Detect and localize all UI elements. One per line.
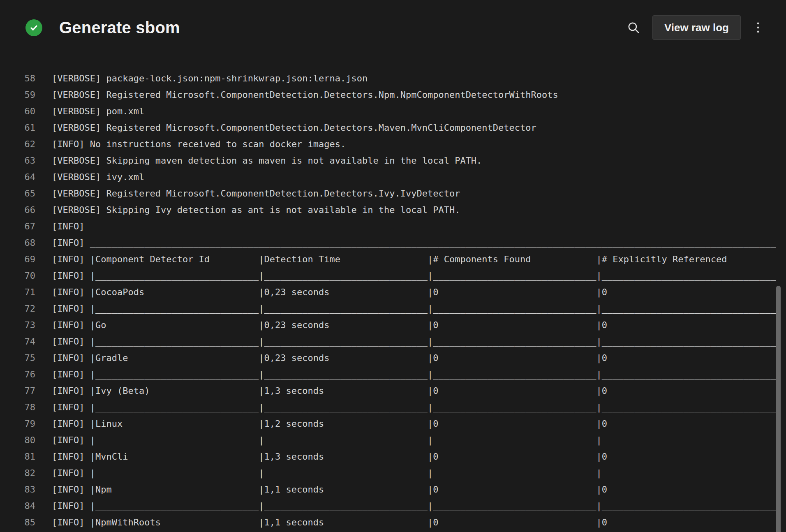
- line-number[interactable]: 64: [0, 169, 35, 185]
- log-line: 66 [VERBOSE] Skipping Ivy detection as a…: [0, 202, 786, 218]
- log-line: 85 [INFO] |NpmWithRoots |1,1 seconds |0 …: [0, 514, 786, 531]
- log-line: 64 [VERBOSE] ivy.xml: [0, 169, 786, 185]
- log-line: 71 [INFO] |CocoaPods |0,23 seconds |0 |0: [0, 284, 786, 301]
- line-text: [VERBOSE] Skipping maven detection as ma…: [35, 153, 482, 169]
- log-line: 83 [INFO] |Npm |1,1 seconds |0 |0: [0, 481, 786, 498]
- line-text: [INFO] |______________________________|_…: [35, 301, 776, 317]
- line-text: [INFO] |______________________________|_…: [35, 465, 776, 481]
- log-line: 63 [VERBOSE] Skipping maven detection as…: [0, 153, 786, 169]
- search-button[interactable]: [622, 16, 645, 39]
- log-line: 65 [VERBOSE] Registered Microsoft.Compon…: [0, 185, 786, 202]
- line-text: [INFO] |Go |0,23 seconds |0 |0: [35, 317, 607, 333]
- line-text: [INFO] |______________________________|_…: [35, 399, 776, 416]
- line-text: [INFO] No instructions received to scan …: [35, 136, 346, 153]
- line-text: [VERBOSE] Registered Microsoft.Component…: [35, 87, 558, 103]
- log-line: 82 [INFO] |_____________________________…: [0, 465, 786, 481]
- line-number[interactable]: 58: [0, 70, 35, 87]
- log-line: 77 [INFO] |Ivy (Beta) |1,3 seconds |0 |0: [0, 383, 786, 399]
- line-number[interactable]: 75: [0, 350, 35, 366]
- line-number[interactable]: 72: [0, 301, 35, 317]
- log-line: 70 [INFO] |_____________________________…: [0, 268, 786, 284]
- success-check-icon: [25, 19, 42, 36]
- line-text: [INFO] |MvnCli |1,3 seconds |0 |0: [35, 449, 607, 465]
- line-text: [INFO]: [35, 218, 84, 235]
- line-number[interactable]: 65: [0, 185, 35, 202]
- line-number[interactable]: 63: [0, 153, 35, 169]
- scrollbar-thumb[interactable]: [776, 286, 781, 532]
- line-number[interactable]: 60: [0, 103, 35, 120]
- log-line: 78 [INFO] |_____________________________…: [0, 399, 786, 416]
- line-text: [INFO] |______________________________|_…: [35, 498, 776, 514]
- log-line: 75 [INFO] |Gradle |0,23 seconds |0 |0: [0, 350, 786, 366]
- line-number[interactable]: 77: [0, 383, 35, 399]
- line-text: [VERBOSE] ivy.xml: [35, 169, 144, 185]
- log-line: 81 [INFO] |MvnCli |1,3 seconds |0 |0: [0, 449, 786, 465]
- line-number[interactable]: 69: [0, 251, 35, 268]
- line-text: [VERBOSE] package-lock.json:npm-shrinkwr…: [35, 70, 368, 87]
- line-text: [VERBOSE] Registered Microsoft.Component…: [35, 185, 460, 202]
- log-line: 76 [INFO] |_____________________________…: [0, 366, 786, 383]
- line-text: [INFO] |NpmWithRoots |1,1 seconds |0 |0: [35, 514, 607, 531]
- line-number[interactable]: 78: [0, 399, 35, 416]
- line-text: [INFO] |Npm |1,1 seconds |0 |0: [35, 481, 607, 498]
- line-number[interactable]: 84: [0, 498, 35, 514]
- log-line: 58 [VERBOSE] package-lock.json:npm-shrin…: [0, 70, 786, 87]
- log-line: 72 [INFO] |_____________________________…: [0, 301, 786, 317]
- log-line: 80 [INFO] |_____________________________…: [0, 432, 786, 449]
- line-text: [INFO] |______________________________|_…: [35, 366, 776, 383]
- line-number[interactable]: 81: [0, 449, 35, 465]
- log-line: 68 [INFO] ______________________________…: [0, 235, 786, 251]
- line-text: [INFO] |______________________________|_…: [35, 432, 776, 449]
- log-line: 69 [INFO] |Component Detector Id |Detect…: [0, 251, 786, 268]
- line-number[interactable]: 66: [0, 202, 35, 218]
- line-number[interactable]: 68: [0, 235, 35, 251]
- log-viewer-screen: Generate sbom View raw log: [0, 0, 786, 532]
- log-line: 61 [VERBOSE] Registered Microsoft.Compon…: [0, 120, 786, 136]
- log-line: 62 [INFO] No instructions received to sc…: [0, 136, 786, 153]
- line-text: [INFO] |Gradle |0,23 seconds |0 |0: [35, 350, 607, 366]
- line-number[interactable]: 61: [0, 120, 35, 136]
- line-number[interactable]: 83: [0, 481, 35, 498]
- line-text: [INFO] |Linux |1,2 seconds |0 |0: [35, 416, 607, 432]
- line-text: [INFO] |______________________________|_…: [35, 268, 776, 284]
- line-number[interactable]: 67: [0, 218, 35, 235]
- log-line: 84 [INFO] |_____________________________…: [0, 498, 786, 514]
- line-text: [VERBOSE] Registered Microsoft.Component…: [35, 120, 536, 136]
- line-text: [INFO] |Component Detector Id |Detection…: [35, 251, 727, 268]
- line-text: [INFO] |______________________________|_…: [35, 333, 776, 350]
- log-viewer[interactable]: 58 [VERBOSE] package-lock.json:npm-shrin…: [0, 70, 786, 532]
- kebab-icon: [756, 21, 760, 34]
- line-number[interactable]: 70: [0, 268, 35, 284]
- search-icon: [626, 21, 640, 35]
- kebab-menu-button[interactable]: [747, 16, 770, 39]
- log-header: Generate sbom View raw log: [0, 0, 786, 55]
- line-text: [INFO] _________________________________…: [35, 235, 776, 251]
- line-number[interactable]: 74: [0, 333, 35, 350]
- header-actions: View raw log: [622, 15, 770, 40]
- line-text: [INFO] |CocoaPods |0,23 seconds |0 |0: [35, 284, 607, 301]
- page-title: Generate sbom: [59, 19, 180, 37]
- line-text: [VERBOSE] Skipping Ivy detection as ant …: [35, 202, 460, 218]
- line-text: [INFO] |Ivy (Beta) |1,3 seconds |0 |0: [35, 383, 607, 399]
- line-number[interactable]: 82: [0, 465, 35, 481]
- line-number[interactable]: 73: [0, 317, 35, 333]
- log-lines: 58 [VERBOSE] package-lock.json:npm-shrin…: [0, 70, 786, 531]
- line-number[interactable]: 76: [0, 366, 35, 383]
- view-raw-log-button[interactable]: View raw log: [652, 15, 741, 40]
- line-number[interactable]: 59: [0, 87, 35, 103]
- line-number[interactable]: 62: [0, 136, 35, 153]
- log-line: 60 [VERBOSE] pom.xml: [0, 103, 786, 120]
- log-line: 74 [INFO] |_____________________________…: [0, 333, 786, 350]
- log-line: 59 [VERBOSE] Registered Microsoft.Compon…: [0, 87, 786, 103]
- line-number[interactable]: 80: [0, 432, 35, 449]
- line-text: [VERBOSE] pom.xml: [35, 103, 144, 120]
- line-number[interactable]: 85: [0, 514, 35, 531]
- log-line: 67 [INFO]: [0, 218, 786, 235]
- log-line: 73 [INFO] |Go |0,23 seconds |0 |0: [0, 317, 786, 333]
- line-number[interactable]: 71: [0, 284, 35, 301]
- log-line: 79 [INFO] |Linux |1,2 seconds |0 |0: [0, 416, 786, 432]
- line-number[interactable]: 79: [0, 416, 35, 432]
